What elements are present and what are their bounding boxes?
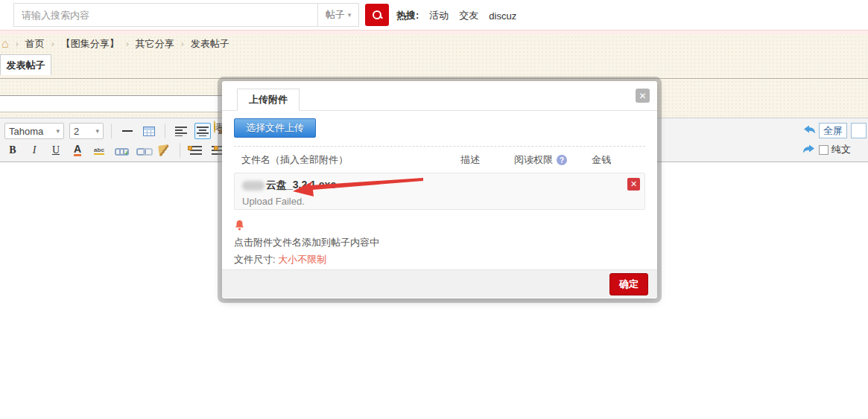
toolbar-separator xyxy=(165,124,165,138)
remove-link-button[interactable] xyxy=(134,142,151,159)
toolbar-separator xyxy=(111,124,112,138)
font-size-value: 2 xyxy=(74,126,79,137)
clear-format-button[interactable] xyxy=(156,142,172,159)
delete-icon: ✕ xyxy=(630,179,637,189)
breadcrumb-sep-icon: › xyxy=(51,39,54,49)
breadcrumb-sep-icon: › xyxy=(16,39,19,49)
table-icon xyxy=(143,127,155,136)
chevron-down-icon: ▾ xyxy=(56,127,60,135)
link-icon: + xyxy=(115,146,127,155)
fullscreen-label: 全屏 xyxy=(823,124,843,138)
chevron-down-icon: ▾ xyxy=(348,11,352,19)
plaintext-checkbox[interactable] xyxy=(819,145,829,155)
size-value: 大小不限制 xyxy=(278,254,326,265)
breadcrumb: ⌂ › 首页 › 【图集分享】 › 其它分享 › 发表帖子 xyxy=(1,37,229,51)
italic-icon: I xyxy=(33,144,37,156)
breadcrumb-forum[interactable]: 【图集分享】 xyxy=(61,37,119,51)
upload-status: Upload Failed. xyxy=(242,196,637,207)
search-button[interactable] xyxy=(365,4,389,26)
dialog-header: 上传附件 ✕ xyxy=(222,81,657,111)
font-family-value: Tahoma xyxy=(9,126,43,137)
plus-icon: + xyxy=(124,150,129,158)
bold-button[interactable]: B xyxy=(4,142,21,159)
clipped-button[interactable] xyxy=(851,123,867,138)
font-family-select[interactable]: Tahoma ▾ xyxy=(4,123,64,139)
horizontal-rule-icon xyxy=(122,130,133,132)
underline-icon: U xyxy=(52,144,60,156)
hot-link-discuz[interactable]: discuz xyxy=(489,10,516,22)
tab-new-post-label: 发表帖子 xyxy=(7,59,45,72)
content-top-border xyxy=(0,78,868,79)
dialog-body: 选择文件上传 文件名（插入全部附件） 描述 阅读权限 ? 金钱 云盘_3.2.1… xyxy=(222,111,657,269)
toolbar-right-controls: 全屏 纯文 xyxy=(819,118,867,161)
plaintext-label: 纯文 xyxy=(831,143,851,156)
size-label: 文件尺寸: xyxy=(234,254,276,265)
breadcrumb-current[interactable]: 发表帖子 xyxy=(191,37,229,51)
column-filename[interactable]: 文件名（插入全部附件） xyxy=(241,153,460,167)
attachment-filename[interactable]: 云盘_3.2.1.exe xyxy=(242,179,637,192)
redo-icon[interactable] xyxy=(802,144,816,154)
hot-search: 热搜: 活动 交友 discuz xyxy=(396,9,516,22)
choose-file-label: 选择文件上传 xyxy=(246,122,304,133)
hot-link-activity[interactable]: 活动 xyxy=(429,9,449,22)
align-left-icon xyxy=(175,126,187,136)
hot-link-friends[interactable]: 交友 xyxy=(459,9,478,22)
hint-click-text: 点击附件文件名添加到帖子内容中 xyxy=(234,236,645,249)
bell-icon xyxy=(234,220,245,231)
breadcrumb-sep-icon: › xyxy=(181,39,184,49)
search-icon xyxy=(372,10,382,20)
attachment-row: 云盘_3.2.1.exe Upload Failed. ✕ xyxy=(234,173,645,210)
insert-table-button[interactable] xyxy=(141,123,157,139)
toolbar-separator xyxy=(180,143,180,158)
align-center-icon xyxy=(197,126,209,136)
italic-button[interactable]: I xyxy=(26,142,42,159)
column-permission-label: 阅读权限 xyxy=(514,153,553,167)
insert-link-button[interactable]: + xyxy=(113,142,129,159)
horizontal-rule-button[interactable] xyxy=(119,123,136,139)
hot-search-label: 热搜: xyxy=(396,9,419,22)
align-center-button[interactable] xyxy=(194,123,211,139)
attachment-table-header: 文件名（插入全部附件） 描述 阅读权限 ? 金钱 xyxy=(234,147,645,173)
upload-attachment-dialog: 上传附件 ✕ 选择文件上传 文件名（插入全部附件） 描述 阅读权限 ? 金钱 云… xyxy=(222,81,657,298)
search-type-dropdown[interactable]: 帖子 ▾ xyxy=(317,3,359,27)
breadcrumb-home[interactable]: 首页 xyxy=(25,37,45,51)
outdent-button[interactable] xyxy=(188,142,204,159)
unlink-icon xyxy=(136,146,148,155)
chevron-down-icon: ▾ xyxy=(95,127,99,135)
indent-block xyxy=(214,146,218,150)
spellcheck-button[interactable]: abc xyxy=(91,142,107,159)
font-color-button[interactable]: A xyxy=(69,142,86,159)
confirm-label: 确定 xyxy=(619,278,639,290)
highlight-icon: abc xyxy=(94,147,104,155)
smiley-icon xyxy=(214,121,215,133)
close-icon: ✕ xyxy=(639,91,646,101)
hint-size-text: 文件尺寸: 大小不限制 xyxy=(234,253,645,266)
help-icon[interactable]: ? xyxy=(557,155,567,165)
redacted-text xyxy=(242,181,264,191)
plaintext-toggle-row: 纯文 xyxy=(819,143,851,156)
home-icon[interactable]: ⌂ xyxy=(1,39,9,49)
undo-icon[interactable] xyxy=(802,124,816,135)
dialog-footer: 确定 xyxy=(222,269,657,298)
dialog-title: 上传附件 xyxy=(249,93,288,106)
search-input[interactable] xyxy=(13,3,317,27)
attachment-filename-text: 云盘_3.2.1.exe xyxy=(266,179,336,192)
fullscreen-button[interactable]: 全屏 xyxy=(819,123,847,138)
header-divider xyxy=(0,30,868,35)
align-left-button[interactable] xyxy=(173,123,189,139)
choose-file-button[interactable]: 选择文件上传 xyxy=(234,118,316,138)
dialog-tab-upload[interactable]: 上传附件 xyxy=(237,89,300,111)
bold-icon: B xyxy=(9,144,16,156)
tab-new-post[interactable]: 发表帖子 xyxy=(0,54,51,75)
breadcrumb-subforum[interactable]: 其它分享 xyxy=(136,37,174,51)
outdent-block xyxy=(188,146,192,150)
column-money: 金钱 xyxy=(592,153,638,167)
delete-attachment-button[interactable]: ✕ xyxy=(627,178,640,191)
underline-button[interactable]: U xyxy=(48,142,64,159)
close-button[interactable]: ✕ xyxy=(636,89,650,103)
column-description: 描述 xyxy=(460,153,514,167)
column-permission: 阅读权限 ? xyxy=(514,153,592,167)
top-search-bar: 帖子 ▾ 热搜: 活动 交友 discuz xyxy=(0,0,868,30)
confirm-button[interactable]: 确定 xyxy=(609,273,648,295)
font-size-select[interactable]: 2 ▾ xyxy=(69,123,104,139)
